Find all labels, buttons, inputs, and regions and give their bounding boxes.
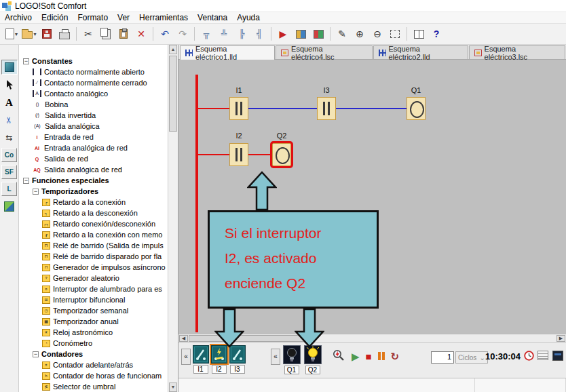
input-switch-i3[interactable]: I3 <box>229 345 246 374</box>
tree-item-contacto-normalmente-cerrado[interactable]: ∕Contacto normalmente cerrado <box>19 77 168 88</box>
tree-item-salida-de-red[interactable]: QSalida de red <box>19 153 168 164</box>
tree-item-contacto-normalmente-abierto[interactable]: Contacto normalmente abierto <box>19 66 168 77</box>
tree-scrollbar[interactable]: ▲ ▼ <box>168 45 178 392</box>
tree-item-interruptor-de-alumbrado-para-es[interactable]: ¤Interruptor de alumbrado para es <box>19 283 168 294</box>
pause-icon[interactable] <box>378 352 385 360</box>
tab-esquema-eléctrico3-lsc[interactable]: Esquema eléctrico3.lsc <box>469 45 565 59</box>
new-button[interactable]: ▾ <box>3 26 20 42</box>
menu-herramientas[interactable]: Herramientas <box>134 12 193 23</box>
tab-esquema-eléctrico1-lld[interactable]: Esquema eléctrico1.lld <box>180 45 275 60</box>
menu-ventana[interactable]: Ventana <box>193 12 232 23</box>
input-switch-i1[interactable]: I1 <box>192 345 209 374</box>
tab-esquema-eléctrico4-lsc[interactable]: Esquema eléctrico4.lsc <box>276 45 372 59</box>
power-monitor-icon[interactable] <box>552 351 563 361</box>
tree-item-generador-aleatorio[interactable]: ?Generador aleatorio <box>19 273 168 283</box>
style-button[interactable]: ✎ <box>334 26 350 42</box>
tree-item-entrada-de-red[interactable]: IEntrada de red <box>19 132 168 142</box>
output-lamp-q1[interactable]: Q1 <box>282 345 301 374</box>
cycles-input[interactable]: 1 <box>431 351 454 364</box>
tree-item-cronómetro[interactable]: ◔Cronómetro <box>19 338 168 349</box>
align-bottom-button[interactable]: ╩ <box>216 26 232 42</box>
dropdown-arrow-icon[interactable]: ▾ <box>15 31 18 37</box>
scroll-up-icon[interactable]: ▲ <box>169 45 177 54</box>
menu-archivo[interactable]: Archivo <box>0 12 37 23</box>
scrollbar-thumb[interactable] <box>169 56 177 132</box>
tree-item-interruptor-bifuncional[interactable]: ⊞Interruptor bifuncional <box>19 294 168 305</box>
selection-tool-button[interactable] <box>1 77 18 92</box>
scroll-right-icon[interactable]: ▶ <box>556 335 565 342</box>
constants-catalog-button[interactable]: Co <box>1 148 17 162</box>
zoom-selection-button[interactable] <box>387 26 403 42</box>
menu-edición[interactable]: Edición <box>37 12 73 23</box>
input-switch-i2[interactable]: I2 <box>210 345 227 374</box>
align-right-button[interactable]: ╣ <box>251 26 267 42</box>
scroll-left-icon[interactable]: ◀ <box>179 335 188 342</box>
context-help-button[interactable]: ? <box>428 26 445 42</box>
collapse-expander-icon[interactable]: − <box>33 351 39 357</box>
interface-button[interactable] <box>1 60 18 75</box>
loop-icon[interactable]: ↻ <box>391 351 400 361</box>
copy-button[interactable] <box>98 26 114 42</box>
stop-icon[interactable]: ■ <box>366 351 372 361</box>
collapse-outputs-button[interactable]: « <box>271 349 280 365</box>
save-button[interactable] <box>39 26 55 42</box>
collapse-expander-icon[interactable]: − <box>23 58 29 64</box>
convert-fbd-button[interactable] <box>310 26 326 42</box>
redo-button[interactable]: ↷ <box>174 26 191 42</box>
tree-item-salida-analógica-de-red[interactable]: AQSalida analógica de red <box>19 164 168 175</box>
tree-item-funciones-especiales[interactable]: −Funciones especiales <box>19 175 168 186</box>
tree-item-retardo-a-la-conexión-con-memo[interactable]: ┏Retardo a la conexión con memo <box>19 229 168 240</box>
zoom-out-button[interactable]: ⊖ <box>369 26 385 42</box>
tree-item-contador-de-horas-de-funcionam[interactable]: hContador de horas de funcionam <box>19 370 168 381</box>
convert-button[interactable]: ▶ <box>275 26 291 42</box>
collapse-inputs-button[interactable]: « <box>181 349 191 365</box>
undo-button[interactable]: ↶ <box>157 26 173 42</box>
scrollbar-thumb[interactable] <box>189 335 304 342</box>
split-connection-tool-button[interactable]: ✂ <box>1 113 18 128</box>
dropdown-arrow-icon[interactable]: ▾ <box>33 31 36 37</box>
collapse-expander-icon[interactable]: − <box>23 178 29 184</box>
tree-item-entrada-analógica-de-red[interactable]: AIEntrada analógica de red <box>19 142 168 153</box>
tree-item-retardo-conexión-desconexión[interactable]: ┌┐Retardo conexión/desconexión <box>19 218 168 229</box>
tab-esquema-eléctrico2-lld[interactable]: Esquema eléctrico2.lld <box>373 45 468 59</box>
paste-button[interactable] <box>115 26 132 42</box>
tree-item-contador-adelante-atrás[interactable]: ±Contador adelante/atrás <box>19 359 168 370</box>
tree-item-contadores[interactable]: −Contadores <box>19 349 168 359</box>
status-table-icon[interactable] <box>537 351 548 360</box>
tree-item-bobina[interactable]: Bobina <box>19 99 168 110</box>
cut-button[interactable]: ✂ <box>80 26 96 42</box>
play-icon[interactable]: ▶ <box>352 351 360 361</box>
tree-item-retardo-a-la-conexión[interactable]: ┌Retardo a la conexión <box>19 197 168 208</box>
delete-button[interactable]: ✕ <box>133 26 149 42</box>
tree-item-salida-analógica[interactable]: ASalida analógica <box>19 121 168 132</box>
split-window-button[interactable] <box>411 26 427 42</box>
tree-item-salida-invertida[interactable]: ∕Salida invertida <box>19 110 168 121</box>
probe-tool-button[interactable] <box>332 349 345 364</box>
tree-item-temporizador-semanal[interactable]: ◷Temporizador semanal <box>19 305 168 316</box>
tree-item-generador-de-impulsos-asíncrono[interactable]: ⊓Generador de impulsos asíncrono <box>19 262 168 273</box>
align-left-button[interactable]: ╠ <box>233 26 250 42</box>
diagram-canvas[interactable] <box>178 60 566 334</box>
simulation-button[interactable] <box>1 199 18 214</box>
tree-item-retardo-a-la-desconexión[interactable]: ┐Retardo a la desconexión <box>19 208 168 218</box>
scroll-down-icon[interactable]: ▼ <box>169 383 177 392</box>
menu-ver[interactable]: Ver <box>113 12 134 23</box>
tree-item-constantes[interactable]: −Constantes <box>19 56 168 66</box>
tree-item-contacto-analógico[interactable]: AContacto analógico <box>19 88 168 99</box>
menu-formato[interactable]: Formato <box>73 12 113 23</box>
tree-item-relé-de-barrido-disparado-por-fla[interactable]: ПRelé de barrido disparado por fla <box>19 251 168 262</box>
tree-item-temporizador-anual[interactable]: ▦Temporizador anual <box>19 316 168 327</box>
tree-item-selector-de-umbral[interactable]: ≶Selector de umbral <box>19 381 168 392</box>
zoom-in-button[interactable]: ⊕ <box>352 26 368 42</box>
print-button[interactable] <box>56 26 73 42</box>
menu-ayuda[interactable]: Ayuda <box>232 12 265 23</box>
text-tool-button[interactable]: A <box>1 95 18 110</box>
align-top-button[interactable]: ╦ <box>198 26 214 42</box>
open-button[interactable]: ▾ <box>21 26 37 42</box>
output-lamp-q2[interactable]: Q2 <box>303 345 322 374</box>
collapse-expander-icon[interactable]: − <box>33 189 39 195</box>
logic-catalog-button[interactable]: L <box>1 182 17 196</box>
join-connection-tool-button[interactable]: ⇆ <box>1 130 18 145</box>
tree-item-reloj-astronómico[interactable]: ☀Reloj astronómico <box>19 327 168 338</box>
special-functions-catalog-button[interactable]: SF <box>1 165 17 179</box>
